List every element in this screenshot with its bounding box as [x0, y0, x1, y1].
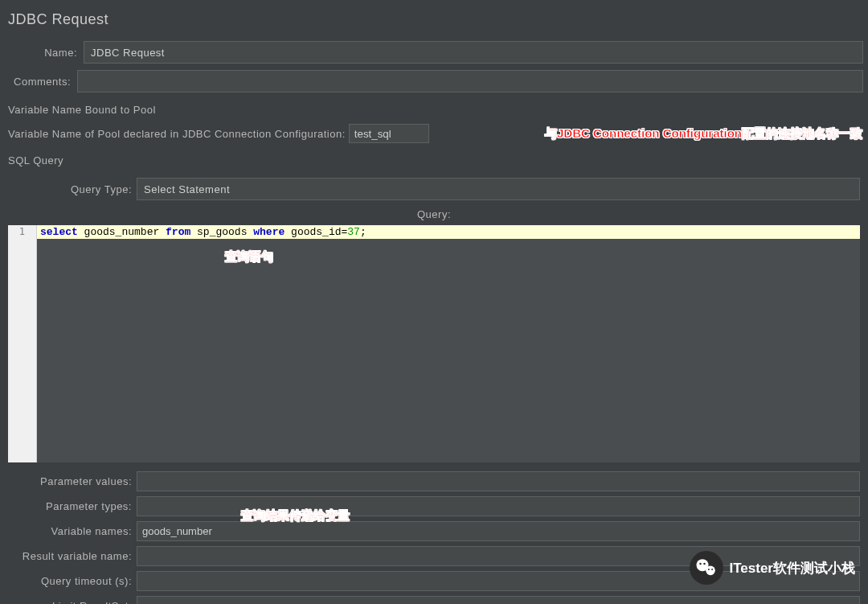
variable-names-row: Variable names: — [8, 519, 860, 544]
variable-pool-label: Variable Name of Pool declared in JDBC C… — [8, 128, 349, 140]
query-header: Query: — [8, 205, 860, 224]
annotation-variable-pass: 查询结果传递给变量 — [241, 508, 350, 524]
name-row: Name: — [5, 38, 863, 67]
page-title: JDBC Request — [5, 0, 863, 38]
query-type-label: Query Type: — [56, 183, 137, 195]
svg-point-4 — [707, 569, 709, 570]
name-input[interactable] — [84, 41, 863, 64]
svg-point-1 — [706, 566, 715, 576]
watermark-text: ITester软件测试小栈 — [730, 559, 856, 577]
svg-point-2 — [699, 563, 702, 565]
line-number: 1 — [8, 226, 36, 237]
comments-input[interactable] — [77, 70, 863, 92]
param-values-input[interactable] — [137, 471, 860, 491]
query-type-row: Query Type: Select Statement — [8, 173, 860, 205]
limit-resultset-label: Limit ResultSet: — [8, 600, 137, 604]
editor-code-area[interactable]: select goods_number from sp_goods where … — [37, 225, 860, 462]
wechat-icon — [690, 551, 723, 585]
svg-point-5 — [711, 569, 713, 570]
param-values-row: Parameter values: — [8, 469, 860, 494]
sql-editor: 1 select goods_number from sp_goods wher… — [8, 225, 860, 462]
variable-names-label: Variable names: — [8, 525, 137, 537]
comments-row: Comments: — [5, 67, 863, 96]
variable-pool-section-title: Variable Name Bound to Pool — [5, 96, 863, 121]
name-label: Name: — [5, 47, 84, 59]
param-types-label: Parameter types: — [8, 500, 137, 512]
param-values-label: Parameter values: — [8, 475, 137, 487]
editor-gutter: 1 — [8, 225, 37, 462]
param-types-row: Parameter types: — [8, 494, 860, 519]
watermark: ITester软件测试小栈 — [690, 551, 856, 585]
variable-names-input[interactable] — [137, 521, 860, 541]
result-variable-label: Result variable name: — [8, 550, 137, 562]
query-timeout-label: Query timeout (s): — [8, 575, 137, 587]
variable-pool-input[interactable] — [349, 124, 429, 143]
query-type-select[interactable]: Select Statement — [137, 178, 860, 200]
query-type-value: Select Statement — [144, 183, 230, 195]
sql-section: Query Type: Select Statement Query: 1 se… — [5, 171, 863, 462]
code-line-1: select goods_number from sp_goods where … — [37, 225, 860, 239]
comments-label: Comments: — [5, 76, 77, 88]
annotation-query-statement: 查询语句 — [225, 249, 273, 265]
limit-resultset-input[interactable] — [137, 596, 860, 604]
sql-query-section-title: SQL Query — [5, 146, 863, 171]
annotation-pool-name: 与JDBC Connection Configuration配置的连接池名称一致 — [545, 126, 862, 142]
jdbc-request-panel: JDBC Request Name: Comments: Variable Na… — [0, 0, 868, 604]
limit-resultset-row: Limit ResultSet: — [8, 594, 860, 604]
svg-point-3 — [703, 563, 706, 565]
